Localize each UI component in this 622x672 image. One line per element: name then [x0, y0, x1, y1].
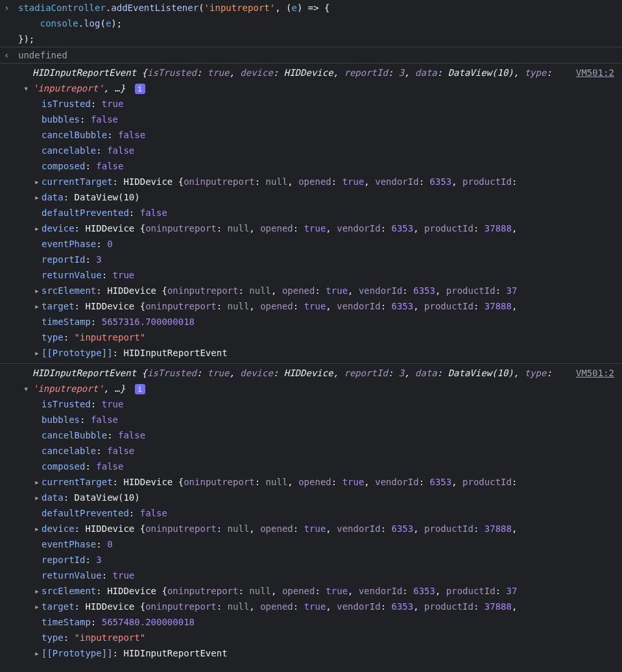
- prop-eventPhase[interactable]: eventPhase: 0: [0, 236, 622, 252]
- console-result-row: ‹ undefined: [0, 47, 622, 63]
- info-icon[interactable]: i: [135, 384, 145, 394]
- prop-cancelable[interactable]: cancelable: false: [0, 143, 622, 158]
- input-prompt-icon: ›: [4, 0, 18, 16]
- prop-currentTarget[interactable]: currentTarget: HIDDevice {oninputreport:…: [0, 474, 622, 490]
- prop-currentTarget[interactable]: currentTarget: HIDDevice {oninputreport:…: [0, 174, 622, 189]
- prop-timeStamp[interactable]: timeStamp: 5657480.200000018: [0, 614, 622, 630]
- console-input-code: stadiaController.addEventListener('input…: [18, 0, 618, 16]
- chevron-right-icon[interactable]: [32, 298, 42, 314]
- expand-toggle[interactable]: [23, 381, 32, 396]
- prop-data[interactable]: data: DataView(10): [0, 189, 622, 205]
- output-prompt-icon: ‹: [4, 47, 18, 63]
- chevron-right-icon[interactable]: [32, 521, 42, 536]
- prop-composed[interactable]: composed: false: [0, 158, 622, 174]
- prop-defaultPrevented[interactable]: defaultPrevented: false: [0, 205, 622, 221]
- chevron-right-icon[interactable]: [32, 174, 42, 189]
- prop-returnValue[interactable]: returnValue: true: [0, 267, 622, 283]
- prop-prototype[interactable]: [[Prototype]]: HIDInputReportEvent: [0, 345, 622, 361]
- chevron-right-icon[interactable]: [32, 490, 42, 505]
- prop-device[interactable]: device: HIDDevice {oninputreport: null, …: [0, 221, 622, 236]
- chevron-right-icon[interactable]: [32, 345, 42, 361]
- prop-prototype[interactable]: [[Prototype]]: HIDInputReportEvent: [0, 645, 622, 661]
- prop-cancelable[interactable]: cancelable: false: [0, 443, 622, 459]
- chevron-right-icon[interactable]: [32, 583, 42, 599]
- prop-isTrusted[interactable]: isTrusted: true: [0, 96, 622, 112]
- prop-target[interactable]: target: HIDDevice {oninputreport: null, …: [0, 599, 622, 614]
- chevron-right-icon[interactable]: [32, 221, 42, 236]
- info-icon[interactable]: i: [135, 84, 145, 94]
- chevron-right-icon[interactable]: [32, 283, 42, 298]
- expand-toggle[interactable]: [23, 80, 32, 96]
- log-entry-2: VM501:2 HIDInputReportEvent {isTrusted: …: [0, 363, 622, 664]
- console-input-row-3: });: [0, 31, 622, 47]
- prop-device[interactable]: device: HIDDevice {oninputreport: null, …: [0, 521, 622, 536]
- chevron-right-icon[interactable]: [32, 474, 42, 490]
- chevron-right-icon[interactable]: [32, 599, 42, 614]
- result-undefined: undefined: [18, 50, 67, 60]
- prop-type[interactable]: type: "inputreport": [0, 630, 622, 645]
- chevron-right-icon[interactable]: [32, 189, 42, 205]
- prop-cancelBubble[interactable]: cancelBubble: false: [0, 127, 622, 143]
- prop-timeStamp[interactable]: timeStamp: 5657316.700000018: [0, 314, 622, 330]
- object-summary[interactable]: HIDInputReportEvent {isTrusted: true, de…: [23, 365, 622, 396]
- log-entry-1: VM501:2 HIDInputReportEvent {isTrusted: …: [0, 63, 622, 363]
- prop-reportId[interactable]: reportId: 3: [0, 252, 622, 267]
- prop-isTrusted[interactable]: isTrusted: true: [0, 396, 622, 412]
- prop-eventPhase[interactable]: eventPhase: 0: [0, 536, 622, 552]
- console-input-row-2: console.log(e);: [0, 16, 622, 31]
- prop-type[interactable]: type: "inputreport": [0, 330, 622, 345]
- prop-srcElement[interactable]: srcElement: HIDDevice {oninputreport: nu…: [0, 283, 622, 298]
- console-input-row[interactable]: › stadiaController.addEventListener('inp…: [0, 0, 622, 16]
- object-summary[interactable]: HIDInputReportEvent {isTrusted: true, de…: [23, 65, 622, 96]
- prop-returnValue[interactable]: returnValue: true: [0, 568, 622, 583]
- prop-defaultPrevented[interactable]: defaultPrevented: false: [0, 505, 622, 521]
- prop-cancelBubble[interactable]: cancelBubble: false: [0, 427, 622, 443]
- prop-composed[interactable]: composed: false: [0, 459, 622, 474]
- prop-srcElement[interactable]: srcElement: HIDDevice {oninputreport: nu…: [0, 583, 622, 599]
- prop-data[interactable]: data: DataView(10): [0, 490, 622, 505]
- prop-reportId[interactable]: reportId: 3: [0, 552, 622, 568]
- prop-bubbles[interactable]: bubbles: false: [0, 112, 622, 127]
- chevron-right-icon[interactable]: [32, 645, 42, 661]
- prop-bubbles[interactable]: bubbles: false: [0, 412, 622, 427]
- prop-target[interactable]: target: HIDDevice {oninputreport: null, …: [0, 298, 622, 314]
